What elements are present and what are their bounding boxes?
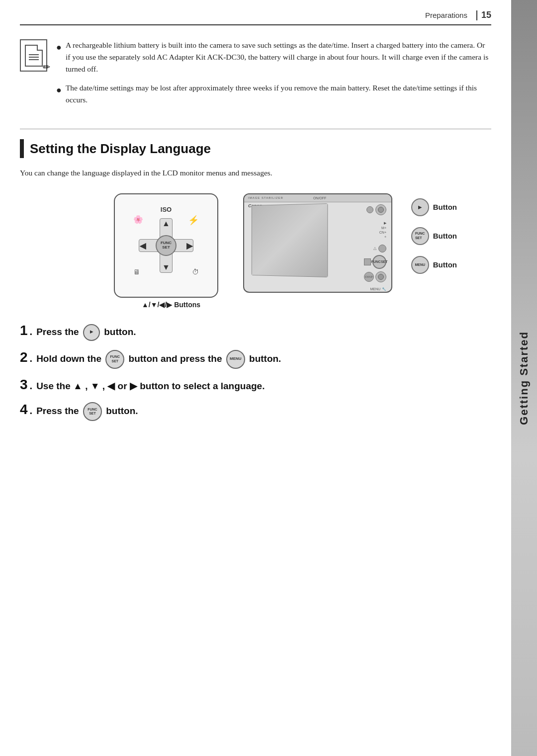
menu-button-diagram: MENU — [411, 256, 429, 274]
intro-text: You can change the language displayed in… — [20, 167, 491, 179]
controller-center: ISO ▲ ▼ ◀ ▶ FUNCSET 🌸 — [126, 206, 206, 285]
step-2-period: . — [30, 351, 33, 366]
header-page: 15 — [481, 10, 491, 20]
note-line-3 — [29, 59, 39, 60]
camera-bottom-controls: △ FUNCSET DISP — [364, 245, 386, 282]
step-1: 1 . Press the ▶ button. — [20, 324, 491, 341]
camera-labels: ▶ M+ CN+ + — [379, 221, 386, 239]
arrow-right-icon: ▶ — [186, 241, 192, 250]
note-text-2: The date/time settings may be lost after… — [66, 82, 491, 106]
arrow-up-icon: ▲ — [162, 219, 170, 228]
header-section: Preparations — [425, 11, 467, 19]
camera-body: IMAGE STABILIZER ON/OFF Canon — [243, 193, 392, 293]
step-1-number: 1 — [20, 324, 28, 337]
display-icon: 🖥 — [133, 268, 140, 276]
step-4-number: 4 — [20, 403, 28, 417]
step-2-menu-btn: MENU — [226, 350, 245, 369]
step-2-text: Hold down the FUNCSET button and press t… — [36, 350, 281, 369]
play-button-item: ▶ Button — [411, 198, 457, 216]
step-1-text: Press the ▶ button. — [36, 324, 136, 341]
step-4: 4 . Press the FUNCSET button. — [20, 402, 491, 421]
section-title: Setting the Display Language — [30, 141, 211, 157]
disc-btn: DISP — [364, 272, 374, 282]
step-4-period: . — [30, 403, 33, 418]
menu-button-label: Button — [433, 260, 457, 269]
page-header: Preparations 15 — [20, 10, 491, 25]
on-off-label: ON/OFF — [313, 196, 326, 200]
bullet-dot-2: ● — [56, 84, 62, 97]
buttons-label: ▲/▼/◀/▶ Buttons — [114, 301, 228, 309]
note-text-1: A rechargeable lithium battery is built … — [66, 39, 491, 75]
iso-label: ISO — [161, 206, 172, 213]
note-icon-lines — [29, 54, 39, 62]
image-stabilizer-label: IMAGE STABILIZER — [248, 196, 283, 199]
note-line-1 — [29, 54, 39, 55]
controller-diagram: ISO ▲ ▼ ◀ ▶ FUNCSET 🌸 — [114, 193, 228, 308]
camera-right-controls: ▶ M+ CN+ + △ FUNCSET — [364, 204, 386, 291]
nav-btn — [375, 271, 386, 282]
bullet-dot-1: ● — [56, 41, 62, 55]
camera-top-bar: IMAGE STABILIZER ON/OFF — [244, 194, 391, 202]
macro-icon: 🌸 — [133, 215, 143, 224]
disc-btn-row: DISP — [364, 271, 386, 282]
main-content: Preparations 15 ✏ ● A rechargeable lithi… — [0, 0, 511, 450]
section-heading: Setting the Display Language — [20, 139, 491, 158]
step-1-period: . — [30, 324, 33, 339]
separator — [20, 129, 491, 129]
note-section: ✏ ● A rechargeable lithium battery is bu… — [20, 34, 491, 118]
small-btn-2 — [378, 245, 386, 252]
step-3-text: Use the ▲ , ▼ , ◀ or ▶ button to select … — [36, 379, 265, 394]
heading-bar — [20, 139, 24, 158]
arrow-down-icon: ▼ — [162, 263, 170, 272]
step-3-number: 3 — [20, 378, 28, 392]
flash-icon: ⚡ — [188, 215, 199, 226]
pencil-icon: ✏ — [43, 62, 50, 73]
camera-bottom-icons: 🔧 — [382, 287, 386, 291]
dpad: ▲ ▼ ◀ ▶ FUNCSET — [139, 218, 193, 273]
menu-button-item: MENU Button — [411, 256, 457, 274]
step-4-func-btn: FUNCSET — [83, 402, 102, 421]
arrow-left-icon: ◀ — [140, 241, 146, 250]
step-2-func-btn: FUNCSET — [105, 350, 124, 369]
step-2-number: 2 — [20, 350, 28, 364]
menu-icon-area: MENU — [370, 287, 380, 291]
play-button-label: Button — [433, 203, 457, 211]
steps-section: 1 . Press the ▶ button. 2 . Hold down th… — [20, 324, 491, 421]
sidebar: Getting Started — [511, 0, 537, 756]
func-button-diagram: FUNCSET — [411, 227, 429, 245]
camera-func-btn: FUNCSET — [372, 255, 386, 269]
sidebar-label: Getting Started — [518, 331, 531, 425]
step-4-text: Press the FUNCSET button. — [36, 402, 138, 421]
small-btn-1 — [366, 206, 373, 213]
step-1-play-btn: ▶ — [83, 324, 100, 341]
step-3: 3 . Use the ▲ , ▼ , ◀ or ▶ button to sel… — [20, 378, 491, 394]
square-btn-row: FUNCSET — [364, 255, 386, 269]
note-bullet-1: ● A rechargeable lithium battery is buil… — [56, 39, 491, 75]
func-button-label: Button — [433, 232, 457, 240]
note-icon-inner — [25, 45, 43, 67]
small-sq-btn — [364, 258, 371, 265]
note-bullet-2: ● The date/time settings may be lost aft… — [56, 82, 491, 106]
menu-btn-row: MENU 🔧 — [370, 287, 386, 291]
note-icon: ✏ — [20, 39, 47, 72]
delta-button-row: △ — [373, 245, 386, 252]
play-button-diagram: ▶ — [411, 198, 429, 216]
controller-box: ISO ▲ ▼ ◀ ▶ FUNCSET 🌸 — [114, 193, 218, 298]
timer-icon: ⏱ — [192, 268, 199, 276]
func-button-item: FUNCSET Button — [411, 227, 457, 245]
camera-diagram: IMAGE STABILIZER ON/OFF Canon — [243, 193, 397, 308]
scroll-wheel — [375, 204, 386, 215]
camera-screen — [252, 203, 328, 277]
header-divider — [476, 10, 477, 20]
diagram-area: ISO ▲ ▼ ◀ ▶ FUNCSET 🌸 — [20, 193, 491, 308]
step-3-period: . — [30, 378, 33, 393]
step-2: 2 . Hold down the FUNCSET button and pre… — [20, 350, 491, 369]
note-content: ● A rechargeable lithium battery is buil… — [56, 39, 491, 113]
func-set-center-btn: FUNCSET — [156, 235, 177, 256]
note-line-2 — [29, 57, 39, 58]
right-button-labels: ▶ Button FUNCSET Button MENU Button — [411, 198, 457, 274]
camera-top-buttons — [366, 204, 386, 215]
